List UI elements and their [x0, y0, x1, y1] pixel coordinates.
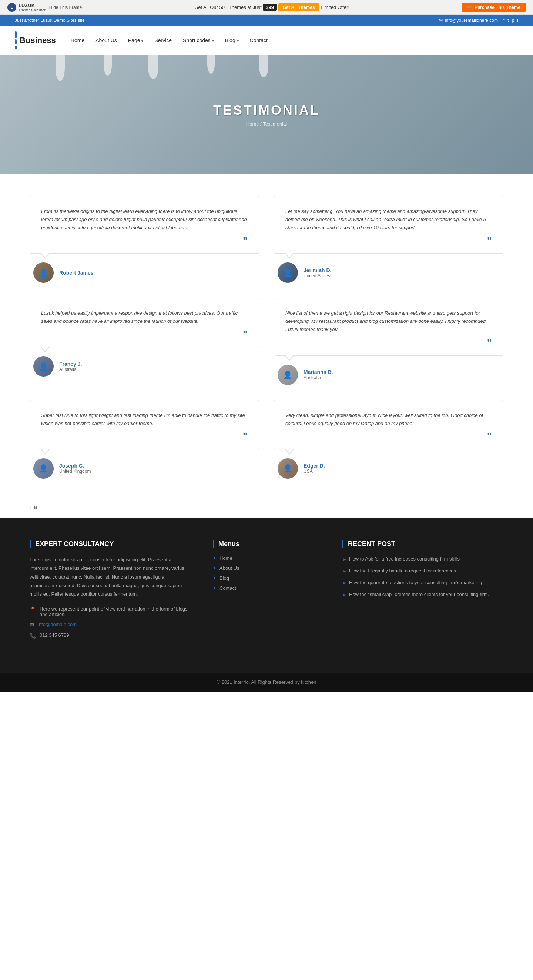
info-bar-right: ✉ Info@youremailidhere.com f t p i [439, 18, 518, 23]
author-name: Edger D. [304, 463, 325, 469]
admin-bar-left: L LUZUK Themes Market Hide This Frame [7, 3, 82, 12]
footer-email-link[interactable]: info@domain.com [38, 622, 76, 627]
twitter-icon[interactable]: t [508, 18, 509, 23]
arrow-icon: ➤ [342, 580, 346, 587]
instagram-icon[interactable]: i [517, 18, 518, 23]
testimonial-author: 👤 Jerimiah D. United States [274, 262, 503, 283]
nav-item-contact[interactable]: Contact [250, 37, 267, 43]
recent-post-item: ➤ How to Ask for a free increases consul… [342, 555, 503, 563]
author-info: Joseph C. United Kingdom [59, 463, 91, 474]
footer-col-1: EXPERT CONSULTANCY Lorem ipsum dolor sit… [30, 540, 191, 643]
testimonial-text: Let me say something. You have an amazin… [285, 207, 492, 232]
nav-item-blog[interactable]: Blog ▾ [225, 37, 239, 43]
purchase-button[interactable]: 🛒 Purchase This Theme [462, 3, 526, 12]
testimonial-author: 👤 Francy J. Australia [30, 356, 259, 377]
nav-item-service[interactable]: Service [154, 37, 172, 43]
testimonial-arrow [41, 347, 49, 352]
breadcrumb: Home / Testimonial [213, 121, 320, 127]
author-info: Marianna B. Australia [304, 369, 333, 380]
testimonial-arrow [285, 254, 294, 259]
edit-button[interactable]: Edit [30, 505, 37, 511]
chevron-down-icon: ▾ [237, 39, 239, 43]
avatar: 👤 [33, 356, 54, 377]
avatar: 👤 [278, 262, 298, 283]
author-name: Francy J. [59, 361, 82, 367]
avatar: 👤 [33, 458, 54, 479]
facebook-icon[interactable]: f [503, 18, 504, 23]
testimonial-arrow [41, 254, 49, 259]
edit-section: Edit [0, 501, 533, 518]
author-info: Jerimiah D. United States [304, 267, 331, 278]
quote-icon: " [41, 329, 248, 339]
admin-bar-right: 🛒 Purchase This Theme [462, 3, 526, 12]
author-location: Australia [59, 367, 82, 372]
footer-menu-item-home[interactable]: ➤ Home [213, 555, 320, 561]
avatar-initial: 👤 [283, 370, 293, 379]
testimonial-item: Luzuk helped us easily implement a respo… [30, 298, 259, 385]
avatar-initial: 👤 [39, 362, 48, 371]
footer-email: ✉ info@domain.com [30, 622, 191, 628]
testimonials-section: From its medieval origins to the digital… [0, 173, 533, 501]
nav-item-about[interactable]: About Us [95, 37, 117, 43]
footer-address: 📍 Here we represent our point of view an… [30, 606, 191, 617]
testimonial-text: Super fast Due to this light weight and … [41, 411, 248, 428]
get-all-button[interactable]: Get All Themes [278, 3, 320, 11]
arrow-icon: ➤ [213, 575, 216, 581]
testimonial-card: Nice list of theme we get a right design… [274, 298, 503, 355]
footer: EXPERT CONSULTANCY Lorem ipsum dolor sit… [0, 518, 533, 673]
testimonial-item: Super fast Due to this light weight and … [30, 400, 259, 479]
testimonial-card: Super fast Due to this light weight and … [30, 400, 259, 449]
hero-content: TESTIMONIAL Home / Testimonial [213, 103, 320, 127]
author-location: Australia [304, 375, 333, 380]
nav-menu: Home About Us Page ▾ Service Short codes… [71, 37, 267, 43]
footer-menu-item-about[interactable]: ➤ About Us [213, 565, 320, 571]
breadcrumb-home[interactable]: Home [246, 121, 259, 127]
pinterest-icon[interactable]: p [512, 18, 514, 23]
testimonial-card: Let me say something. You have an amazin… [274, 196, 503, 254]
testimonial-arrow [285, 449, 294, 455]
navigation: Business Home About Us Page ▾ Service Sh… [0, 26, 533, 55]
logo-bars-icon [15, 32, 17, 49]
chevron-down-icon: ▾ [212, 39, 214, 43]
email-icon: ✉ [439, 18, 443, 23]
nav-logo: Business [15, 32, 56, 49]
recent-posts-list: ➤ How to Ask for a free increases consul… [342, 555, 503, 598]
author-name: Joseph C. [59, 463, 91, 469]
testimonial-item: From its medieval origins to the digital… [30, 196, 259, 283]
author-info: Edger D. USA [304, 463, 325, 474]
testimonial-text: Nice list of theme we get a right design… [285, 309, 492, 334]
location-icon: 📍 [30, 606, 36, 612]
hide-frame-button[interactable]: Hide This Frame [49, 5, 82, 10]
testimonial-author: 👤 Marianna B. Australia [274, 365, 503, 385]
nav-item-home[interactable]: Home [71, 37, 84, 43]
avatar: 👤 [278, 458, 298, 479]
arrow-icon: ➤ [213, 585, 216, 590]
nav-item-page[interactable]: Page ▾ [128, 37, 143, 43]
footer-bottom: © 2021 Interrio, All Rights Reserved by … [0, 673, 533, 692]
testimonial-item: Let me say something. You have an amazin… [274, 196, 503, 283]
avatar: 👤 [33, 262, 54, 283]
phone-icon: 📞 [30, 633, 36, 639]
arrow-icon: ➤ [342, 556, 346, 563]
testimonial-author: 👤 Edger D. USA [274, 458, 503, 479]
testimonials-grid: From its medieval origins to the digital… [30, 196, 503, 479]
info-bar: Just another Luzuk Demo Sites site ✉ Inf… [0, 15, 533, 26]
recent-post-item: ➤ How the Elegantly handle a request for… [342, 567, 503, 574]
logo-icon: L [7, 3, 16, 12]
testimonial-text: Luzuk helped us easily implement a respo… [41, 309, 248, 325]
avatar-initial: 👤 [39, 269, 48, 277]
footer-col2-title: Menus [213, 540, 320, 548]
arrow-icon: ➤ [342, 592, 346, 598]
contact-email: ✉ Info@youremailidhere.com [439, 18, 498, 23]
avatar: 👤 [278, 365, 298, 385]
footer-menu-item-blog[interactable]: ➤ Blog [213, 575, 320, 581]
footer-col3-title: RECENT POST [342, 540, 503, 548]
footer-col-2: Menus ➤ Home ➤ About Us ➤ [213, 540, 320, 643]
chevron-down-icon: ▾ [142, 39, 143, 43]
nav-logo-text: Business [20, 35, 56, 45]
quote-icon: " [41, 235, 248, 246]
footer-menu-item-contact[interactable]: ➤ Contact [213, 585, 320, 591]
author-location: USA [304, 469, 325, 474]
cart-icon: 🛒 [467, 5, 473, 10]
nav-item-shortcodes[interactable]: Short codes ▾ [183, 37, 214, 43]
